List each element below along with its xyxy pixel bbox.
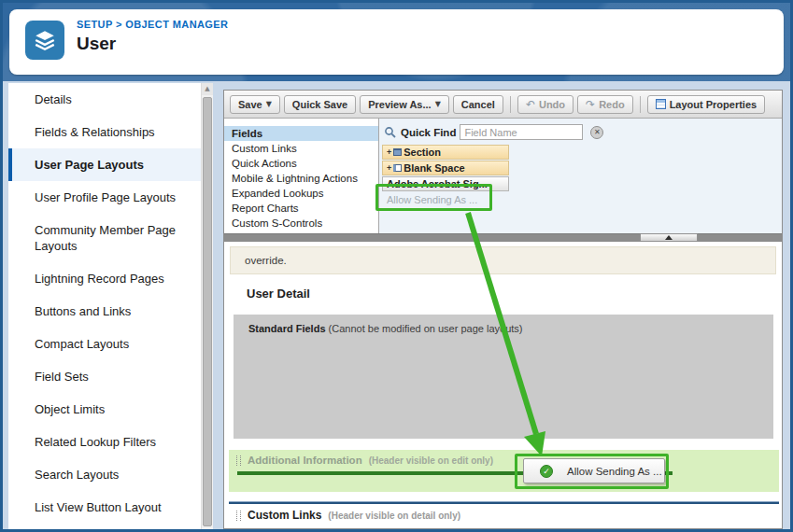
custom-links-header: Custom Links (Header visible on detail o… [229,504,779,522]
sidebar-item-object-limits[interactable]: Object Limits [8,393,201,426]
palette-item-label: Blank Space [404,162,464,174]
additional-information-note: (Header visible on edit only) [369,455,493,466]
search-icon [384,126,397,139]
collapse-palette-button[interactable] [640,233,698,242]
palette-item-label: Adobe Acrobat Sig... [387,178,488,189]
sidebar-item-user-profile-page-layouts[interactable]: User Profile Page Layouts [8,181,201,214]
drag-handle-icon[interactable] [236,511,241,521]
sidebar-items: DetailsFields & RelationshipsUser Page L… [8,83,201,524]
save-button[interactable]: Save▼ [230,95,280,114]
palette: FieldsCustom LinksQuick ActionsMobile & … [224,119,782,233]
quick-find: Quick Find ✕ [384,124,603,140]
chevron-down-icon: ▼ [435,100,441,108]
collapse-arrow-icon [665,235,673,240]
check-icon: ✓ [540,465,553,478]
breadcrumb: SETUP > OBJECT MANAGER [77,19,228,30]
section-icon [393,148,402,156]
save-label: Save [238,99,262,110]
layers-icon [33,28,57,52]
breadcrumb-object-manager[interactable]: OBJECT MANAGER [125,19,228,30]
cancel-label: Cancel [461,99,495,110]
toolbar-separator [510,96,511,113]
palette-item-label: Allow Sending As ... [387,194,477,205]
quick-find-input[interactable] [460,124,583,140]
breadcrumb-separator: > [116,19,122,30]
dragged-field-item[interactable]: ✓ Allow Sending As ... [523,458,665,483]
drag-handle-icon[interactable] [236,455,241,466]
page-title: User [77,34,228,54]
palette-category-custom-s-controls[interactable]: Custom S-Controls [224,216,378,231]
header-text: SETUP > OBJECT MANAGER User [77,19,228,54]
sidebar-scrollbar[interactable]: ▲ [201,83,213,529]
quick-save-button[interactable]: Quick Save [284,95,356,114]
sidebar-item-buttons-and-links[interactable]: Buttons and Links [8,295,201,328]
palette-category-expanded-lookups[interactable]: Expanded Lookups [224,186,378,201]
redo-icon: ↷ [586,98,595,111]
palette-item-blank-space[interactable]: +Blank Space [382,161,509,175]
custom-links-title: Custom Links [248,509,321,522]
redo-label: Redo [599,99,625,110]
undo-label: Undo [539,99,565,110]
palette-collapse-bar [224,233,782,242]
layout-properties-label: Layout Properties [670,99,758,110]
standard-fields-note: (Cannot be modified on user page layouts… [329,323,523,334]
preview-as-label: Preview As... [368,99,431,110]
palette-items: +Section+Blank SpaceAdobe Acrobat Sig...… [382,145,509,208]
quick-find-label: Quick Find [401,127,456,138]
blank-space-icon [393,164,402,172]
palette-item-label: Section [404,147,441,158]
standard-fields-title: Standard Fields [248,323,326,334]
palette-category-quick-actions[interactable]: Quick Actions [224,156,378,171]
cancel-button[interactable]: Cancel [453,95,503,114]
app-window: SETUP > OBJECT MANAGER User DetailsField… [0,0,793,532]
plus-icon: + [387,147,391,157]
sidebar-item-lightning-record-pages[interactable]: Lightning Record Pages [8,262,201,295]
palette-category-mobile-lightning-actions[interactable]: Mobile & Lightning Actions [224,171,378,186]
sidebar-item-user-page-layouts[interactable]: User Page Layouts [8,148,201,181]
palette-item-allow-sending-as[interactable]: Allow Sending As ... [382,192,509,207]
toolbar-separator [640,96,641,113]
layout-properties-button[interactable]: Layout Properties [647,95,766,114]
setup-header: SETUP > OBJECT MANAGER User [3,3,790,81]
sidebar: DetailsFields & RelationshipsUser Page L… [8,83,201,529]
sidebar-item-fields-relationships[interactable]: Fields & Relationships [8,116,201,148]
scroll-up-icon[interactable]: ▲ [202,83,213,95]
palette-categories: FieldsCustom LinksQuick ActionsMobile & … [224,119,379,233]
editor-body: override. User Detail Standard Fields (C… [224,242,782,528]
quick-save-label: Quick Save [292,99,347,110]
palette-category-custom-links[interactable]: Custom Links [224,141,378,156]
layout-editor-panel: Save▼Quick SavePreview As...▼Cancel↶Undo… [223,90,783,529]
sidebar-item-list-view-button-layout[interactable]: List View Button Layout [8,491,201,524]
standard-fields-section: Standard Fields (Cannot be modified on u… [234,315,773,439]
editor-toolbar: Save▼Quick SavePreview As...▼Cancel↶Undo… [224,91,782,119]
dragged-field-label: Allow Sending As ... [567,459,664,483]
sidebar-item-search-layouts[interactable]: Search Layouts [8,458,201,491]
breadcrumb-setup[interactable]: SETUP [77,19,112,30]
undo-button[interactable]: ↶Undo [517,95,574,114]
clear-search-icon[interactable]: ✕ [590,126,603,139]
sidebar-item-compact-layouts[interactable]: Compact Layouts [8,328,201,360]
sidebar-item-related-lookup-filters[interactable]: Related Lookup Filters [8,426,201,458]
sidebar-item-community-member-page-layouts[interactable]: Community Member Page Layouts [8,214,201,262]
help-text-fragment: override. [245,255,287,266]
layout-properties-icon [656,99,666,109]
additional-information-header: Additional Information (Header visible o… [229,450,779,466]
layout-section-title: User Detail [247,287,782,301]
help-text: override. [230,246,776,274]
additional-information-section: Additional Information (Header visible o… [229,450,779,492]
scrollbar-thumb[interactable] [203,97,212,526]
palette-category-fields[interactable]: Fields [224,126,378,141]
custom-links-section: Custom Links (Header visible on detail o… [229,501,779,522]
undo-icon: ↶ [526,98,535,111]
redo-button[interactable]: ↷Redo [577,95,633,114]
palette-category-report-charts[interactable]: Report Charts [224,201,378,216]
custom-links-note: (Header visible on detail only) [328,511,460,521]
sidebar-item-field-sets[interactable]: Field Sets [8,360,201,393]
preview-as-button[interactable]: Preview As...▼ [360,95,449,114]
palette-item-section[interactable]: +Section [382,145,509,160]
sidebar-item-details[interactable]: Details [8,83,201,116]
chevron-down-icon: ▼ [266,100,272,108]
palette-item-adobe-acrobat-sig[interactable]: Adobe Acrobat Sig... [382,176,509,191]
additional-information-title: Additional Information [248,455,362,466]
object-manager-icon [25,21,64,60]
